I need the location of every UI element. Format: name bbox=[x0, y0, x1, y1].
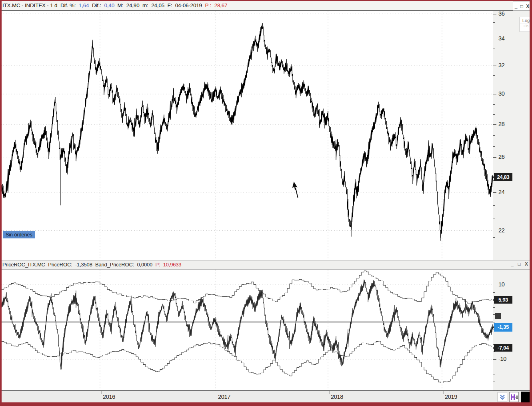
roc-value-badge: -7,04 bbox=[494, 344, 512, 352]
price-tick-minor bbox=[493, 218, 495, 218]
band-value: 0,0000 bbox=[137, 262, 152, 268]
window-controls: _ □ X bbox=[513, 2, 531, 11]
roc-tick-minor bbox=[493, 322, 495, 322]
roc-value: -1,3508 bbox=[75, 262, 92, 268]
roc-p-value: 10,9633 bbox=[163, 262, 182, 268]
price-tick-label: 22 bbox=[498, 227, 505, 234]
dif-pct-value: 1,64 bbox=[79, 2, 89, 8]
price-tick-minor bbox=[493, 169, 495, 169]
high-value: 24,90 bbox=[126, 2, 140, 8]
last-price-label: P : bbox=[205, 2, 211, 8]
price-tick bbox=[493, 157, 496, 158]
log-scale-label: Log bbox=[520, 18, 530, 23]
date-label: F: bbox=[168, 2, 172, 8]
floppy-disk-icon bbox=[510, 394, 518, 401]
price-tick-minor bbox=[493, 114, 495, 115]
save-template-button[interactable] bbox=[509, 392, 519, 402]
roc-tick-label: -10 bbox=[498, 356, 506, 362]
roc-panel: 10-105,93-1,35-7,04 bbox=[2, 270, 530, 390]
year-label: 2019 bbox=[445, 394, 457, 400]
year-label: 2016 bbox=[103, 394, 115, 400]
symbol-info: ITX.MC - INDITEX - 1 d Dif. %: 1,64 Dif.… bbox=[2, 2, 229, 8]
titlebar[interactable]: ITX.MC - INDITEX - 1 d Dif. %: 1,64 Dif.… bbox=[2, 1, 530, 11]
time-axis[interactable]: 2016201720182019 bbox=[2, 390, 530, 402]
price-axis[interactable]: Log Lin 363432302826242224,83 bbox=[493, 11, 530, 260]
roc-chart-canvas[interactable] bbox=[2, 270, 493, 390]
price-tick-minor bbox=[493, 205, 495, 206]
price-tick-label: 26 bbox=[498, 154, 505, 160]
price-tick bbox=[493, 124, 496, 125]
date-value: 04-06-2019 bbox=[175, 2, 202, 8]
year-tick bbox=[330, 391, 330, 394]
low-label: m: bbox=[142, 2, 148, 8]
price-tick bbox=[493, 66, 496, 66]
minimize-button[interactable]: _ bbox=[515, 3, 518, 10]
close-button[interactable]: X bbox=[526, 3, 529, 10]
price-panel: Log Lin 363432302826242224,83 Sin órdene… bbox=[2, 11, 530, 260]
price-tick-minor bbox=[493, 85, 495, 85]
price-tick-minor bbox=[493, 48, 495, 48]
price-tick-minor bbox=[493, 31, 495, 31]
roc-indicator-info: PriceROC_ITX.MC PriceROC: -1,3508 Band_P… bbox=[2, 262, 183, 268]
push-pin-icon bbox=[516, 396, 518, 398]
chart-window: ITX.MC - INDITEX - 1 d Dif. %: 1,64 Dif.… bbox=[0, 0, 532, 406]
dif-label: Dif.: bbox=[92, 2, 101, 8]
roc-tick-minor bbox=[493, 337, 495, 337]
year-tick bbox=[102, 391, 102, 394]
roc-value-badge: 5,93 bbox=[494, 296, 512, 304]
price-tick-minor bbox=[493, 22, 495, 23]
price-tick-label: 28 bbox=[498, 121, 505, 127]
roc-axis[interactable]: 10-105,93-1,35-7,04 bbox=[493, 270, 530, 390]
roc-tick-minor bbox=[493, 307, 495, 308]
roc-label: PriceROC: bbox=[48, 262, 72, 268]
roc-tick-minor bbox=[493, 292, 495, 293]
compress-scale-button[interactable] bbox=[498, 392, 507, 402]
lin-scale-label: Lin bbox=[520, 24, 530, 28]
maximize-button[interactable]: □ bbox=[520, 3, 523, 10]
roc-p-label: P: bbox=[155, 262, 160, 268]
price-tick-minor bbox=[493, 237, 495, 238]
band-label: Band_PriceROC: bbox=[95, 262, 134, 268]
roc-tick-minor bbox=[493, 352, 495, 352]
year-label: 2018 bbox=[331, 394, 343, 400]
price-tick-label: 24 bbox=[498, 189, 505, 195]
log-scale-button[interactable]: Log Lin bbox=[520, 17, 530, 32]
price-tick bbox=[493, 14, 496, 14]
price-tick-minor bbox=[493, 135, 495, 136]
year-label: 2017 bbox=[218, 394, 230, 400]
dif-pct-label: Dif. %: bbox=[60, 2, 76, 8]
roc-panel-header: PriceROC_ITX.MC PriceROC: -1,3508 Band_P… bbox=[2, 260, 530, 270]
roc-close-button[interactable]: X bbox=[525, 261, 528, 267]
last-price-badge: 24,83 bbox=[494, 173, 512, 181]
roc-maximize-button[interactable]: □ bbox=[518, 261, 520, 267]
double-chevron-down-icon bbox=[499, 394, 506, 400]
high-label: M: bbox=[118, 2, 124, 8]
no-orders-label: Sin órdenes bbox=[3, 231, 35, 238]
roc-tick-label: 10 bbox=[498, 281, 505, 288]
roc-minimize-button[interactable]: _ bbox=[511, 261, 514, 267]
price-tick bbox=[493, 192, 496, 193]
roc-value-badge: -1,35 bbox=[494, 323, 512, 332]
band-zero-marker bbox=[495, 313, 501, 319]
price-tick-label: 34 bbox=[498, 35, 505, 42]
price-tick-minor bbox=[493, 146, 495, 147]
price-tick-label: 32 bbox=[498, 62, 505, 68]
symbol-label: ITX.MC - INDITEX - 1 d bbox=[2, 2, 57, 8]
roc-window-controls: _ □ X bbox=[508, 261, 528, 267]
price-tick-minor bbox=[493, 104, 495, 105]
roc-tick bbox=[493, 285, 496, 285]
roc-tick-minor bbox=[493, 389, 495, 389]
price-tick bbox=[493, 231, 496, 231]
roc-tick-minor bbox=[493, 374, 495, 374]
color-swatch-button[interactable] bbox=[521, 392, 530, 402]
dif-value: 0,40 bbox=[104, 2, 114, 8]
roc-indicator-name: PriceROC_ITX.MC bbox=[2, 262, 45, 268]
price-tick-minor bbox=[493, 75, 495, 76]
price-tick-label: 30 bbox=[498, 90, 505, 97]
roc-tick bbox=[493, 359, 496, 360]
year-tick bbox=[217, 391, 217, 394]
roc-tick-minor bbox=[493, 382, 495, 382]
roc-tick-minor bbox=[493, 367, 495, 367]
price-chart-canvas[interactable] bbox=[2, 11, 493, 260]
price-tick-minor bbox=[493, 57, 495, 57]
